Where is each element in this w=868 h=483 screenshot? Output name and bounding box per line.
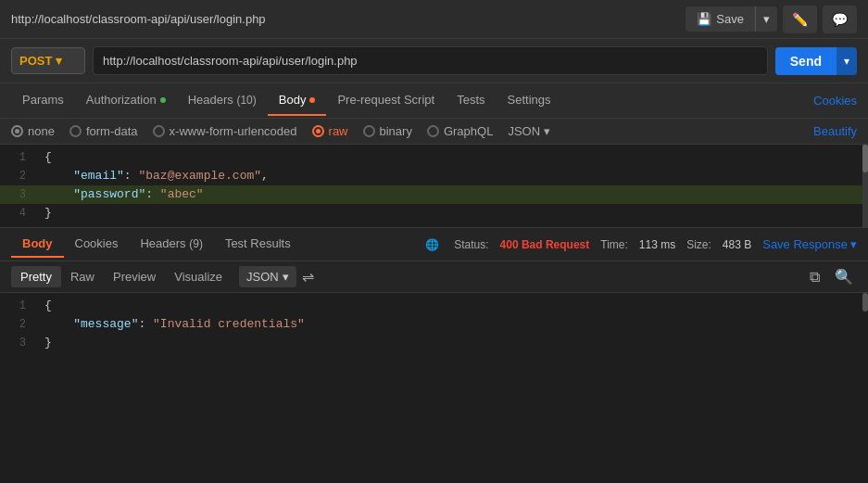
response-tab-headers[interactable]: Headers (9): [129, 231, 213, 258]
json-format-select[interactable]: JSON ▾: [508, 124, 550, 138]
send-group: Send ▾: [775, 47, 857, 75]
save-response-dropdown-icon: ▾: [850, 237, 857, 251]
globe-icon: 🌐: [425, 238, 439, 251]
radio-x-www[interactable]: x-www-form-urlencoded: [153, 124, 297, 138]
request-line-1: 1 {: [0, 148, 868, 167]
json-dropdown-icon: ▾: [544, 124, 550, 138]
body-dot: [309, 97, 315, 103]
edit-icon-button[interactable]: ✏️: [783, 6, 817, 33]
response-code-editor[interactable]: 1 { 2 "message": "Invalid credentials" 3…: [0, 293, 868, 404]
cookies-link[interactable]: Cookies: [813, 94, 857, 108]
radio-form-data-dot: [69, 125, 82, 137]
title-bar: http://localhost/classroom-api/api/user/…: [0, 0, 868, 39]
radio-graphql[interactable]: GraphQL: [427, 124, 493, 138]
body-options: none form-data x-www-form-urlencoded raw…: [0, 119, 868, 145]
radio-none-dot: [11, 125, 23, 137]
view-tab-preview[interactable]: Preview: [104, 266, 165, 287]
radio-graphql-dot: [427, 125, 439, 137]
url-bar: POST ▾ Send ▾: [0, 39, 868, 83]
title-bar-actions: 💾 Save ▾ ✏️ 💬: [686, 6, 857, 33]
request-code-editor[interactable]: 1 { 2 "email": "baz@example.com", 3 "pas…: [0, 145, 868, 228]
response-tab-test-results[interactable]: Test Results: [214, 231, 302, 258]
radio-none[interactable]: none: [11, 124, 55, 138]
response-line-3: 3 }: [0, 334, 868, 352]
response-scrollbar[interactable]: [862, 293, 868, 404]
method-dropdown-icon: ▾: [56, 54, 62, 68]
radio-form-data[interactable]: form-data: [69, 124, 138, 138]
request-line-4: 4 }: [0, 204, 868, 222]
copy-button[interactable]: ⧉: [806, 266, 824, 287]
send-button[interactable]: Send: [775, 47, 837, 75]
tab-headers[interactable]: Headers (10): [177, 85, 268, 116]
search-button[interactable]: 🔍: [831, 266, 857, 287]
view-tab-visualize[interactable]: Visualize: [165, 266, 232, 287]
url-input[interactable]: [93, 46, 768, 75]
tab-body[interactable]: Body: [268, 85, 327, 116]
response-view-bar: Pretty Raw Preview Visualize JSON ▾ ⇌ ⧉ …: [0, 261, 868, 293]
response-line-1: 1 {: [0, 297, 868, 315]
send-dropdown-button[interactable]: ▾: [837, 47, 857, 75]
response-scrollbar-thumb: [862, 293, 868, 311]
save-response-button[interactable]: Save Response ▾: [762, 237, 857, 251]
radio-x-www-dot: [153, 125, 165, 137]
response-tab-cookies[interactable]: Cookies: [64, 231, 130, 258]
response-json-select[interactable]: JSON ▾: [239, 266, 296, 287]
radio-binary[interactable]: binary: [363, 124, 412, 138]
tab-tests[interactable]: Tests: [446, 85, 496, 116]
title-bar-url: http://localhost/classroom-api/api/user/…: [11, 12, 266, 26]
filter-icon[interactable]: ⇌: [302, 268, 314, 286]
tab-pre-request[interactable]: Pre-request Script: [326, 85, 446, 116]
view-tab-raw[interactable]: Raw: [61, 266, 104, 287]
save-button[interactable]: 💾 Save: [686, 6, 755, 32]
beautify-button[interactable]: Beautify: [813, 124, 857, 138]
tab-authorization[interactable]: Authorization: [75, 85, 177, 116]
request-line-2: 2 "email": "baz@example.com",: [0, 167, 868, 185]
request-scrollbar-thumb: [862, 145, 868, 172]
view-tab-pretty[interactable]: Pretty: [11, 266, 61, 287]
request-tabs-bar: Params Authorization Headers (10) Body P…: [0, 83, 868, 119]
radio-binary-dot: [363, 125, 375, 137]
view-bar-right: ⧉ 🔍: [806, 266, 857, 287]
body-options-right: Beautify: [813, 124, 857, 138]
tabs-bar-right: Cookies: [813, 94, 857, 108]
response-meta: 🌐 Status: 400 Bad Request Time: 113 ms S…: [425, 237, 857, 251]
save-button-group: 💾 Save ▾: [686, 6, 777, 32]
response-json-dropdown-icon: ▾: [283, 270, 289, 284]
authorization-dot: [160, 97, 166, 103]
send-dropdown-icon: ▾: [844, 55, 849, 68]
radio-raw[interactable]: raw: [312, 124, 348, 138]
response-tab-body[interactable]: Body: [11, 231, 64, 258]
tab-settings[interactable]: Settings: [497, 85, 562, 116]
request-line-3: 3 "password": "abec": [0, 185, 868, 204]
response-line-2: 2 "message": "Invalid credentials": [0, 315, 868, 334]
save-dropdown-button[interactable]: ▾: [755, 6, 777, 32]
tab-params[interactable]: Params: [11, 85, 75, 116]
save-floppy-icon: 💾: [697, 12, 711, 26]
radio-raw-dot: [312, 125, 324, 137]
save-dropdown-icon: ▾: [763, 12, 770, 26]
method-select[interactable]: POST ▾: [11, 47, 85, 74]
comment-icon-button[interactable]: 💬: [823, 6, 857, 33]
response-tabs-bar: Body Cookies Headers (9) Test Results 🌐 …: [0, 228, 868, 261]
request-scrollbar[interactable]: [862, 145, 868, 227]
